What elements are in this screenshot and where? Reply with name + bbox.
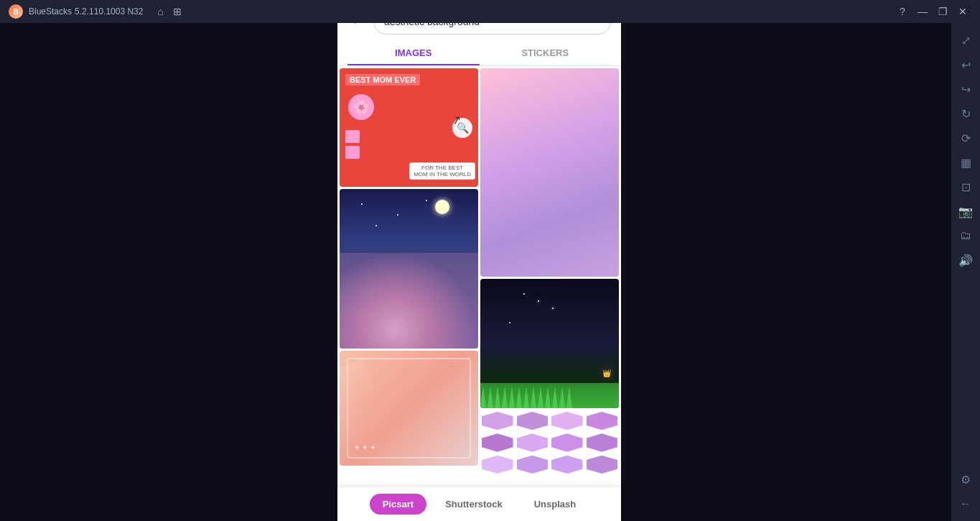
pattern-purple-image[interactable]: [480, 410, 619, 475]
blade-3: [495, 387, 500, 408]
refresh-icon[interactable]: ↻: [954, 102, 977, 125]
source-shutterstock[interactable]: Shutterstock: [432, 494, 515, 515]
p-cell-4: [587, 412, 618, 430]
bluestacks-logo: B: [9, 4, 23, 19]
blade-12: [559, 387, 565, 408]
p-cell-7: [551, 433, 583, 451]
grass-blades: [480, 383, 619, 408]
dark-space-image[interactable]: 👑: [480, 279, 619, 408]
p-cell-5: [482, 433, 513, 451]
settings-icon[interactable]: ⚙: [954, 468, 977, 491]
tab-images[interactable]: IMAGES: [347, 42, 480, 65]
mom-card-label: FOR THE BESTMOM IN THE WORLD: [409, 162, 475, 180]
left-column: BEST MOM EVER 🌸 🔍 ↗ FOR THE BESTMOM IN: [340, 68, 478, 475]
tabs-row: IMAGES STICKERS: [347, 42, 611, 65]
titlebar: B BlueStacks 5.2.110.1003 N32 ⌂ ⊞ ? — ❐ …: [0, 0, 980, 23]
screenshot-icon[interactable]: ⊡: [954, 175, 977, 198]
tab-stickers[interactable]: STICKERS: [480, 42, 612, 65]
space-star-1: [538, 300, 539, 302]
p-cell-10: [517, 456, 549, 474]
home-button[interactable]: ⌂: [151, 3, 169, 20]
p-cell-12: [587, 456, 618, 474]
flower-decoration: 🌸: [348, 94, 374, 120]
squares-decoration: [345, 130, 377, 159]
blade-7: [523, 387, 529, 408]
source-tabs: Picsart Shutterstock Unsplash: [337, 487, 621, 521]
blade-13: [566, 387, 572, 408]
peach-stars-decoration: ✦ ✦ ✦: [354, 443, 375, 451]
grid-button[interactable]: ⊞: [169, 3, 186, 20]
space-star-2: [552, 308, 554, 309]
p-cell-11: [551, 456, 583, 474]
landscape-icon[interactable]: ▦: [954, 151, 977, 174]
star-2: [397, 214, 398, 216]
pink-clouds-decoration: [340, 253, 478, 349]
help-button[interactable]: ?: [894, 3, 911, 20]
peach-bg-image[interactable]: ✦ ✦ ✦: [340, 351, 478, 466]
close-button[interactable]: ✕: [954, 3, 971, 20]
p-cell-8: [587, 433, 618, 451]
camera-icon[interactable]: 📷: [954, 200, 977, 223]
image-grid: BEST MOM EVER 🌸 🔍 ↗ FOR THE BESTMOM IN: [337, 66, 621, 477]
p-cell-6: [517, 433, 549, 451]
moon-decoration: [435, 200, 449, 214]
mom-card-title: BEST MOM EVER: [345, 74, 420, 86]
pattern-grid: [480, 410, 619, 475]
app-name: BlueStacks: [29, 6, 72, 17]
volume-icon[interactable]: 🔊: [954, 249, 977, 272]
files-icon[interactable]: 🗂: [954, 224, 977, 247]
expand-icon[interactable]: ⤢: [954, 29, 977, 52]
blade-5: [509, 387, 515, 408]
blade-1: [480, 387, 486, 408]
right-sidebar: ⤢ ↩ ↪ ↻ ⟳ ▦ ⊡ 📷 🗂 🔊 ⚙ ←: [951, 23, 980, 521]
p-cell-3: [551, 412, 583, 430]
right-column: 👑: [480, 68, 619, 475]
crown-badge: 👑: [599, 365, 615, 381]
p-cell-1: [482, 412, 513, 430]
blade-6: [516, 387, 522, 408]
app-window: ← IMAGES STICKERS BEST MOM EVER 🌸: [337, 0, 621, 521]
purple-gradient-image[interactable]: [480, 68, 619, 277]
star-1: [361, 203, 363, 205]
rotate-icon[interactable]: ⟳: [954, 126, 977, 149]
forward-arrow-icon[interactable]: ↪: [954, 78, 977, 101]
prev-icon[interactable]: ←: [954, 492, 977, 515]
star-3: [426, 200, 427, 201]
p-cell-9: [482, 456, 513, 474]
source-picsart[interactable]: Picsart: [370, 494, 426, 515]
blade-4: [502, 387, 508, 408]
window-controls: ? — ❐ ✕: [894, 3, 971, 20]
blade-8: [531, 387, 536, 408]
night-clouds-image[interactable]: [340, 189, 478, 349]
minimize-button[interactable]: —: [914, 3, 931, 20]
blade-2: [487, 387, 493, 408]
blade-11: [552, 387, 558, 408]
star-4: [375, 225, 377, 226]
blade-10: [545, 387, 551, 408]
space-star-4: [509, 322, 510, 323]
blade-9: [538, 387, 543, 408]
grass-decoration: [480, 383, 619, 408]
back-arrow-icon[interactable]: ↩: [954, 53, 977, 76]
restore-button[interactable]: ❐: [934, 3, 951, 20]
p-cell-2: [517, 412, 549, 430]
space-star-3: [523, 293, 525, 295]
source-unsplash[interactable]: Unsplash: [521, 494, 589, 515]
mom-card-image[interactable]: BEST MOM EVER 🌸 🔍 ↗ FOR THE BESTMOM IN: [340, 68, 478, 187]
app-version: 5.2.110.1003 N32: [75, 6, 143, 17]
